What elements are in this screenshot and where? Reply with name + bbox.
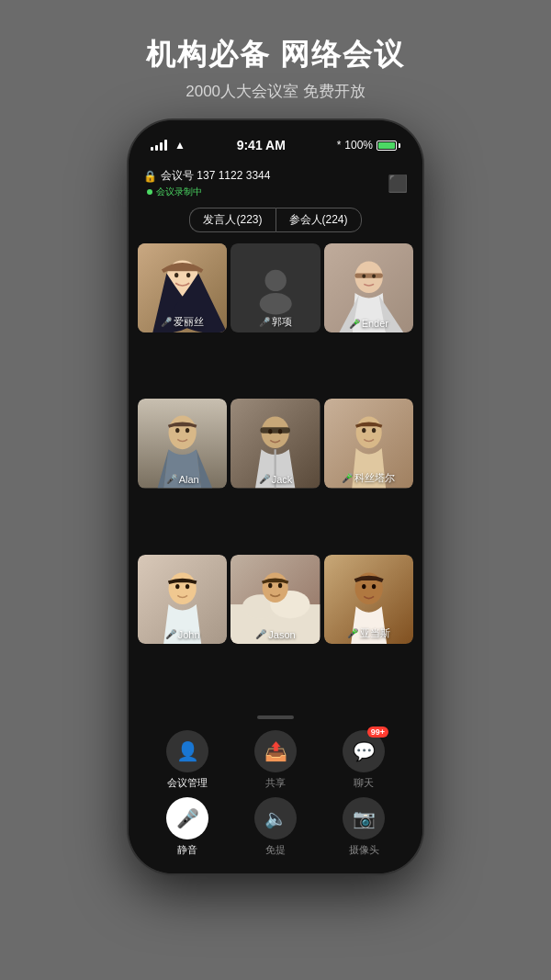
camera-label: 摄像头 [349,843,379,857]
lock-icon: 🔒 [143,170,157,183]
mic-on-icon-5: 🎤 [259,474,270,484]
participant-name-1: 爱丽丝 [174,315,204,329]
control-manage[interactable]: 👤 会议管理 [166,730,208,790]
mute-btn[interactable]: 🎤 [166,797,208,839]
share-icon: 📤 [264,740,287,762]
share-label: 共享 [265,776,286,790]
tab-member[interactable]: 参会人(224) [276,208,362,232]
svg-point-24 [372,428,376,433]
svg-point-23 [362,428,365,433]
speaker-btn[interactable]: 🔈 [254,797,297,839]
control-camera[interactable]: 📷 摄像头 [343,797,385,857]
main-title: 机构必备 网络会议 [146,35,406,75]
video-grid: 🎤 爱丽丝 🎤 郭项 [129,240,422,710]
participant-name-7: John [178,629,200,640]
control-speaker[interactable]: 🔈 免提 [254,797,297,857]
svg-point-33 [263,572,288,602]
chat-btn[interactable]: 💬 99+ [343,730,385,772]
video-cell-9: 🎤 亚当斯 [324,555,413,644]
svg-point-19 [268,429,272,434]
cell-label-5: 🎤 Jack [231,474,320,485]
tab-speaker[interactable]: 发言人(223) [189,208,275,232]
control-share[interactable]: 📤 共享 [254,730,297,790]
svg-point-11 [372,275,376,278]
video-cell-5: 🎤 Jack [231,399,320,488]
meeting-tabs: 发言人(223) 参会人(224) [129,204,422,240]
cell-label-8: 🎤 Jason [231,629,320,640]
svg-point-26 [169,572,197,604]
svg-point-27 [175,584,179,589]
svg-point-4 [264,270,286,291]
svg-point-10 [362,275,365,278]
svg-point-20 [278,429,282,434]
main-subtitle: 2000人大会议室 免费开放 [146,81,406,102]
camera-icon: 📷 [353,807,376,829]
meeting-info: 🔒 会议号 137 1122 3344 会议录制中 [143,168,270,198]
mic-on-icon-4: 🎤 [166,474,177,484]
participant-name-4: Alan [179,474,199,485]
status-time: 9:41 AM [237,138,286,152]
manage-btn[interactable]: 👤 [166,730,208,772]
recording-label: 会议录制中 [156,186,202,198]
video-cell-4: 🎤 Alan [138,399,227,488]
svg-point-5 [259,294,291,315]
svg-rect-9 [354,273,382,277]
phone-screen: ▲ 9:41 AM * 100% 🔒 会议号 137 1122 3344 [129,120,422,873]
cell-label-9: 🎤 亚当斯 [324,626,413,640]
recording-dot [147,189,152,195]
mic-off-icon-3: 🎤 [349,319,360,329]
video-cell-2: 🎤 郭项 [231,243,320,332]
cell-label-4: 🎤 Alan [138,474,227,485]
mic-on-icon-8: 🎤 [255,629,266,639]
wifi-icon: ▲ [174,139,186,152]
cell-label-7: 🎤 John [138,629,227,640]
bottom-controls: 👤 会议管理 📤 共享 💬 99+ 聊天 [129,725,422,873]
battery-percent: 100% [344,139,373,152]
speaker-label: 免提 [265,843,286,857]
svg-point-3 [186,273,190,277]
signal-icon [151,140,167,151]
control-mute[interactable]: 🎤 静音 [166,797,208,857]
phone-device: ▲ 9:41 AM * 100% 🔒 会议号 137 1122 3344 [129,120,422,873]
battery-icon [377,141,400,151]
video-cell-3: 🎤 Ender [324,243,413,332]
exit-icon[interactable]: ⬛ [388,174,408,194]
participant-name-9: 亚当斯 [360,626,390,640]
mute-label: 静音 [177,843,197,857]
participant-name-3: Ender [362,318,388,329]
participant-name-5: Jack [272,474,293,485]
cell-label-3: 🎤 Ender [324,318,413,329]
video-cell-1: 🎤 爱丽丝 [138,243,227,332]
speaker-icon: 🔈 [264,807,287,829]
mute-icon: 🎤 [176,807,199,829]
controls-row-1: 👤 会议管理 📤 共享 💬 99+ 聊天 [143,730,408,790]
svg-point-28 [186,584,189,589]
svg-point-35 [278,582,282,587]
camera-btn[interactable]: 📷 [343,797,385,839]
share-btn[interactable]: 📤 [254,730,297,772]
cell-label-1: 🎤 爱丽丝 [138,315,227,329]
status-bar: ▲ 9:41 AM * 100% [129,120,422,161]
cell-label-6: 🎤 科丝塔尔 [324,471,413,485]
control-chat[interactable]: 💬 99+ 聊天 [343,730,385,790]
video-cell-8: 🎤 Jason [231,555,320,644]
mic-on-icon: 🎤 [161,317,172,327]
participant-name-8: Jason [268,629,295,640]
mic-on-icon-2: 🎤 [259,317,270,327]
status-right: * 100% [337,139,400,152]
page-header: 机构必备 网络会议 2000人大会议室 免费开放 [146,35,406,102]
svg-point-38 [362,584,365,589]
svg-point-14 [175,428,179,433]
svg-rect-18 [261,428,290,434]
svg-point-34 [268,582,272,587]
meeting-id-text: 会议号 137 1122 3344 [161,168,270,184]
chat-icon: 💬 [353,740,376,762]
svg-point-39 [372,584,376,589]
svg-point-2 [174,273,178,277]
meeting-status-row: 会议录制中 [143,186,270,198]
video-cell-6: 🎤 科丝塔尔 [324,399,413,488]
meeting-id-row: 🔒 会议号 137 1122 3344 [143,168,270,184]
svg-point-15 [186,428,189,433]
svg-point-22 [355,417,381,449]
video-cell-7: 🎤 John [138,555,227,644]
